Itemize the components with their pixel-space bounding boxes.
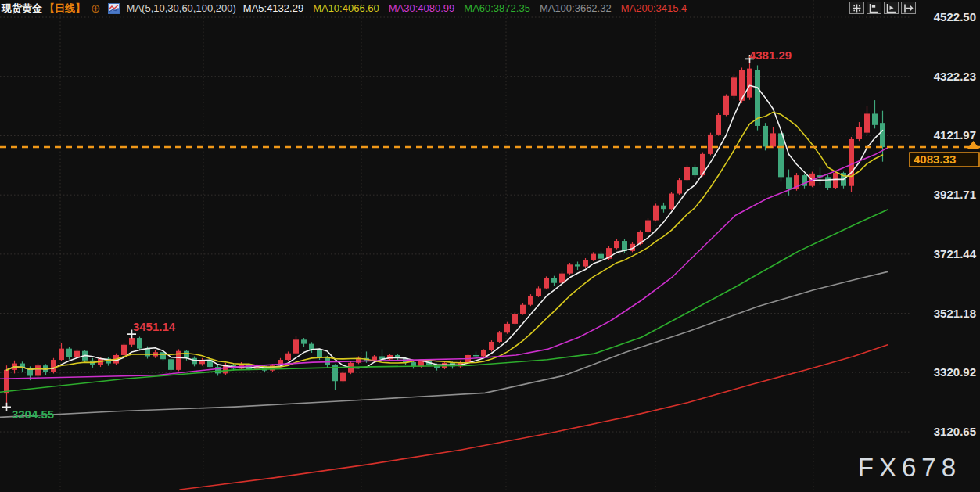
price-axis-label: 3721.44 <box>934 247 977 260</box>
ma-legend: MA5:4132.29MA10:4066.60MA30:4080.99MA60:… <box>243 2 687 14</box>
pan-icon[interactable] <box>849 2 864 14</box>
chart-logo-icon <box>108 3 120 14</box>
price-axis-label: 4522.50 <box>934 10 976 23</box>
extreme-cross-marker <box>2 403 11 411</box>
detach-icon[interactable] <box>901 2 916 14</box>
price-axis-label: 3521.18 <box>934 307 976 320</box>
symbol-title: 现货黄金 <box>2 2 42 16</box>
price-up-arrow-icon <box>967 141 979 149</box>
price-axis-label: 3921.71 <box>934 188 976 201</box>
candlestick-chart[interactable]: 4381.293451.143204.554522.504322.234121.… <box>0 0 980 492</box>
ma-legend-item: MA60:3872.35 <box>464 2 530 14</box>
price-axis-label: 4121.97 <box>934 128 976 142</box>
current-price-tag: 4083.33 <box>914 153 956 166</box>
price-annotation: 3451.14 <box>133 320 176 333</box>
price-annotation: 3204.55 <box>12 408 54 421</box>
ma-legend-item: MA5:4132.29 <box>243 2 303 14</box>
chart-toolbar <box>849 2 916 14</box>
price-annotation: 4381.29 <box>749 48 792 62</box>
circle-plus-icon[interactable]: ⊕ <box>91 2 101 14</box>
period-label: 【日线】 <box>45 2 85 16</box>
ma-legend-item: MA100:3662.32 <box>540 2 612 14</box>
price-axis-label: 3120.65 <box>934 425 976 438</box>
watermark: FX678 <box>858 453 961 483</box>
chart-window: 4381.293451.143204.554522.504322.234121.… <box>0 0 980 492</box>
price-axis-label: 3320.92 <box>934 365 976 379</box>
ma-legend-item: MA10:4066.60 <box>313 2 379 14</box>
chart-header: 现货黄金 【日线】 ⊕ MA(5,10,30,60,100,200) MA5:4… <box>0 0 687 16</box>
ma-legend-item: MA30:4080.99 <box>389 2 455 14</box>
ma-group-label: MA(5,10,30,60,100,200) <box>127 2 236 14</box>
ma-legend-item: MA200:3415.4 <box>621 2 687 14</box>
playback-icon[interactable] <box>884 2 899 14</box>
price-axis-label: 4322.23 <box>934 70 976 83</box>
scale-fit-icon[interactable] <box>867 2 881 14</box>
